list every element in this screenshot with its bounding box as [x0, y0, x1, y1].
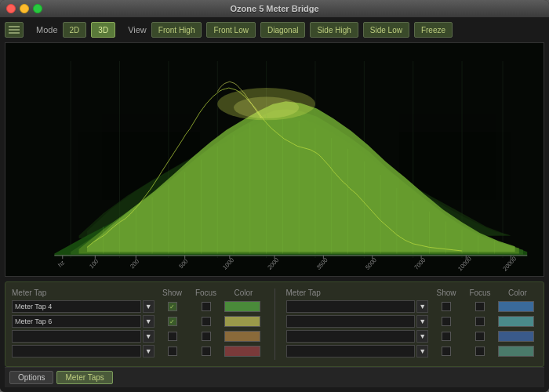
meter-dropdown-r1[interactable]: ▼ [416, 300, 428, 313]
spectrum-viz: hz 100 200 500 1000 2000 3500 5000 7000 … [5, 43, 544, 276]
show-checkbox-4[interactable] [168, 347, 177, 356]
title-bar: Ozone 5 Meter Bridge [0, 0, 549, 17]
show-checkbox-r1[interactable] [442, 302, 451, 311]
meter-name-input-r2[interactable] [286, 315, 416, 328]
meter-dropdown-r4[interactable]: ▼ [416, 345, 428, 358]
color-swatch-r1[interactable] [498, 301, 534, 312]
meter-row-left-1: ▼ [12, 300, 264, 313]
meter-name-cell-r3: ▼ [286, 330, 429, 343]
panel-separator [274, 289, 275, 360]
focus-checkbox-3[interactable] [202, 332, 211, 341]
show-checkbox-cell-3 [157, 332, 188, 341]
btn-front-high[interactable]: Front High [151, 22, 202, 38]
meter-name-input-r1[interactable] [286, 300, 416, 313]
color-swatch-3[interactable] [224, 331, 260, 342]
show-checkbox-r4[interactable] [442, 347, 451, 356]
meter-name-input-1[interactable] [12, 300, 141, 313]
show-checkbox-r2[interactable] [442, 317, 451, 326]
close-button[interactable] [6, 4, 16, 13]
maximize-button[interactable] [33, 4, 42, 13]
meter-name-cell-3: ▼ [12, 330, 155, 343]
meter-name-cell-1: ▼ [12, 300, 155, 313]
meter-header-right: Meter Tap Show Focus Color [286, 289, 538, 297]
meter-name-input-2[interactable] [12, 315, 141, 328]
focus-checkbox-cell-r3 [464, 332, 496, 341]
btn-2d[interactable]: 2D [63, 22, 87, 38]
show-checkbox-cell-r3 [431, 332, 462, 341]
options-button[interactable]: Options [9, 371, 53, 384]
show-checkbox-cell-1 [157, 302, 188, 311]
main-window: Ozone 5 Meter Bridge Mode 2D 3D View Fro… [0, 0, 549, 392]
meter-dropdown-1[interactable]: ▼ [143, 300, 155, 313]
meter-dropdown-2[interactable]: ▼ [143, 315, 155, 328]
meter-name-cell-r1: ▼ [286, 300, 429, 313]
header-show-right: Show [431, 289, 462, 297]
meter-name-input-r3[interactable] [286, 330, 416, 343]
main-content: Mode 2D 3D View Front High Front Low Dia… [0, 17, 549, 392]
btn-freeze[interactable]: Freeze [414, 22, 453, 38]
meter-dropdown-r2[interactable]: ▼ [416, 315, 428, 328]
meter-row-right-2: ▼ [286, 315, 538, 328]
mode-label: Mode [36, 25, 58, 34]
meter-name-cell-4: ▼ [12, 345, 155, 358]
focus-checkbox-cell-r2 [464, 317, 496, 326]
meter-name-input-4[interactable] [12, 345, 141, 358]
btn-side-high[interactable]: Side High [310, 22, 358, 38]
header-focus-left: Focus [191, 289, 222, 297]
header-show-left: Show [157, 289, 188, 297]
btn-3d[interactable]: 3D [91, 22, 115, 38]
header-meter-tap-right: Meter Tap [286, 289, 429, 297]
btn-diagonal[interactable]: Diagonal [260, 22, 305, 38]
btn-front-low[interactable]: Front Low [206, 22, 255, 38]
focus-checkbox-r1[interactable] [475, 302, 485, 311]
focus-checkbox-cell-r1 [464, 302, 496, 311]
meter-dropdown-4[interactable]: ▼ [143, 345, 155, 358]
meter-dropdown-r3[interactable]: ▼ [416, 330, 428, 343]
header-focus-right: Focus [464, 289, 496, 297]
meter-dropdown-3[interactable]: ▼ [143, 330, 155, 343]
minimize-button[interactable] [20, 4, 29, 13]
header-meter-tap-left: Meter Tap [12, 289, 155, 297]
show-checkbox-cell-4 [157, 347, 188, 356]
meter-name-input-r4[interactable] [286, 345, 416, 358]
focus-checkbox-cell-2 [191, 317, 222, 326]
color-swatch-2[interactable] [224, 316, 260, 327]
focus-checkbox-r4[interactable] [475, 347, 485, 356]
meter-section-right: Meter Tap Show Focus Color ▼ [286, 289, 538, 360]
show-checkbox-cell-r4 [431, 347, 462, 356]
show-checkbox-2[interactable] [168, 317, 177, 326]
meter-name-cell-r4: ▼ [286, 345, 429, 358]
meter-section-left: Meter Tap Show Focus Color ▼ [12, 289, 264, 360]
window-title: Ozone 5 Meter Bridge [230, 4, 318, 13]
show-checkbox-r3[interactable] [442, 332, 451, 341]
meter-name-cell-2: ▼ [12, 315, 155, 328]
focus-checkbox-r3[interactable] [475, 332, 485, 341]
btn-side-low[interactable]: Side Low [363, 22, 409, 38]
color-swatch-r3[interactable] [498, 331, 534, 342]
traffic-lights [6, 4, 42, 13]
toolbar: Mode 2D 3D View Front High Front Low Dia… [5, 22, 544, 38]
focus-checkbox-cell-r4 [464, 347, 496, 356]
bottom-panel: Meter Tap Show Focus Color ▼ [5, 281, 544, 367]
meter-taps-button[interactable]: Meter Taps [56, 371, 112, 384]
focus-checkbox-2[interactable] [202, 317, 211, 326]
focus-checkbox-r2[interactable] [475, 317, 485, 326]
focus-checkbox-cell-4 [191, 347, 222, 356]
show-checkbox-1[interactable] [168, 302, 177, 311]
focus-checkbox-4[interactable] [202, 347, 211, 356]
menu-button[interactable] [5, 22, 24, 38]
focus-checkbox-1[interactable] [202, 302, 211, 311]
show-checkbox-3[interactable] [168, 332, 177, 341]
meter-row-right-1: ▼ [286, 300, 538, 313]
footer: Options Meter Taps [5, 367, 544, 387]
meter-name-input-3[interactable] [12, 330, 141, 343]
show-checkbox-cell-2 [157, 317, 188, 326]
color-swatch-4[interactable] [224, 346, 260, 357]
color-swatch-r2[interactable] [498, 316, 534, 327]
color-swatch-r4[interactable] [498, 346, 534, 357]
menu-line-1 [9, 26, 20, 27]
meter-row-right-3: ▼ [286, 330, 538, 343]
meter-row-left-4: ▼ [12, 345, 264, 358]
header-color-right: Color [498, 289, 537, 297]
color-swatch-1[interactable] [224, 301, 260, 312]
